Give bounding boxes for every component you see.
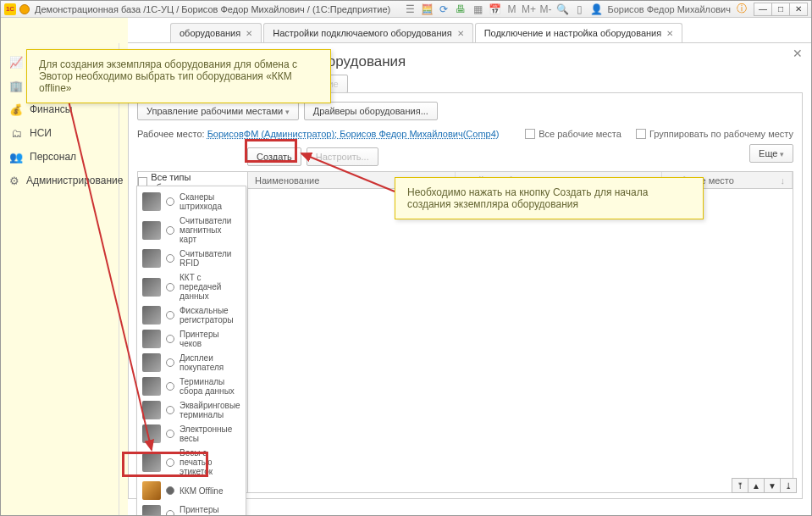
window-controls: — □ ✕ [754, 3, 808, 16]
type-item-tsd[interactable]: Терминалы сбора данных [137, 375, 246, 398]
user-icon: 👤 [590, 3, 602, 15]
m-icon[interactable]: M [505, 3, 517, 15]
sidebar-item-personnel[interactable]: 👥Персонал [1, 145, 119, 169]
tutorial-callout-1: Для создания экземпляра оборудования для… [26, 49, 331, 103]
type-item-scanner[interactable]: Сканеры штрихкода [137, 190, 246, 214]
equipment-grid: Все типы оборудования Сканеры штрихкода … [137, 171, 793, 493]
drivers-button[interactable]: Драйверы оборудования... [304, 102, 438, 120]
toolbar-icon-1[interactable]: ☰ [404, 3, 416, 15]
workplace-label: Рабочее место: [137, 129, 205, 139]
tab-settings[interactable]: Настройки подключаемого оборудования✕ [263, 23, 472, 42]
sidebar-item-admin[interactable]: ⚙Администрирование [1, 169, 119, 192]
print-icon[interactable]: 🖶 [455, 3, 467, 15]
grid-toolbar: Создать Настроить... [247, 147, 793, 166]
display-icon [142, 353, 161, 372]
minimize-button[interactable]: — [754, 3, 772, 16]
type-label: Фискальные регистраторы [180, 306, 240, 325]
type-item-scales[interactable]: Электронные весы [137, 422, 246, 446]
callout-text: Для создания экземпляра оборудования для… [39, 58, 297, 94]
tab-close-icon[interactable]: ✕ [246, 29, 252, 38]
tab-connection-active[interactable]: Подключение и настройка оборудования✕ [475, 23, 683, 42]
maximize-button[interactable]: □ [771, 3, 790, 16]
toolbar-icon-2[interactable]: 🧮 [421, 3, 433, 15]
more-button[interactable]: Еще [749, 144, 793, 163]
grid-right: Наименование Драйвер оборудования Рабоче… [248, 172, 793, 492]
type-item-display[interactable]: Дисплеи покупателя [137, 351, 246, 375]
type-label: Терминалы сбора данных [180, 377, 240, 396]
nav-down[interactable]: ▼ [764, 478, 781, 493]
nav-last[interactable]: ⤓ [780, 478, 797, 493]
tab-equipment-1[interactable]: оборудования✕ [170, 23, 262, 42]
type-label: Принтеры чеков [180, 330, 240, 348]
rfid-icon [142, 249, 161, 268]
nav-first[interactable]: ⤒ [732, 478, 748, 493]
configure-button[interactable]: Настроить... [307, 147, 378, 166]
grid-icon[interactable]: ▦ [472, 3, 483, 15]
receipt-printer-icon [142, 330, 161, 348]
kkm-offline-icon [142, 481, 161, 500]
sidebar-label: Администрирование [26, 175, 123, 186]
app-logo-icon: 1C [4, 3, 16, 15]
tab-label: оборудования [180, 28, 240, 38]
sidebar-label: Финансы [30, 103, 72, 115]
nav-up[interactable]: ▲ [748, 478, 765, 493]
sidebar-label: НСИ [30, 127, 52, 139]
checkbox-label: Все рабочие места [539, 129, 621, 139]
type-label: Эквайринговые терминалы [180, 401, 240, 419]
info-icon[interactable]: ⓘ [736, 3, 748, 15]
main-area: 📈Продажи 🏢Склад 💰Финансы 🗂НСИ 👥Персонал … [1, 43, 811, 515]
sidebar-label: Персонал [30, 151, 76, 163]
scales-icon [142, 424, 161, 443]
tsd-icon [142, 377, 161, 396]
workplace-row: Рабочее место: БорисовФМ (Администратор)… [137, 129, 793, 139]
type-label: Электронные весы [180, 424, 240, 443]
calendar-icon[interactable]: 📅 [489, 3, 500, 15]
group-by-workplace-checkbox[interactable]: Группировать по рабочему месту [636, 129, 793, 139]
type-label: Сканеры штрихкода [180, 192, 240, 211]
mplus-icon[interactable]: M+ [522, 3, 534, 15]
close-button[interactable]: ✕ [789, 3, 808, 16]
search-icon[interactable]: 🔍 [556, 3, 568, 15]
type-item-acquiring[interactable]: Эквайринговые терминалы [137, 398, 246, 422]
app-menu-dropdown[interactable] [19, 4, 30, 14]
type-label: Считыватели магнитных карт [180, 216, 240, 244]
manage-workplaces-button[interactable]: Управление рабочими местами [137, 102, 299, 120]
cardreader-icon [142, 221, 161, 240]
kkt-icon [142, 278, 161, 297]
type-item-cardreader[interactable]: Считыватели магнитных карт [137, 214, 246, 247]
book-icon[interactable]: ▯ [573, 3, 585, 15]
type-label: ККТ с передачей данных [180, 273, 240, 301]
type-item-kkt[interactable]: ККТ с передачей данных [137, 270, 246, 303]
checkbox-label: Группировать по рабочему месту [649, 129, 793, 139]
tab-close-icon[interactable]: ✕ [457, 29, 464, 38]
mminus-icon[interactable]: M- [539, 3, 551, 15]
sort-down-icon: ↓ [780, 175, 785, 186]
type-item-label-printer[interactable]: Принтеры этикеток [137, 502, 246, 516]
type-item-receipt-printer[interactable]: Принтеры чеков [137, 327, 246, 351]
type-label: Дисплеи покупателя [180, 353, 240, 372]
type-label: Принтеры этикеток [180, 505, 240, 516]
all-workplaces-checkbox[interactable]: Все рабочие места [525, 129, 621, 139]
tab-label: Подключение и настройка оборудования [484, 28, 662, 38]
highlight-kkm-offline [122, 452, 208, 477]
tutorial-callout-2: Необходимо нажать на кнопку Создать для … [395, 177, 704, 219]
type-item-fiscal[interactable]: Фискальные регистраторы [137, 303, 246, 327]
type-item-kkm-offline[interactable]: ККМ Offline [137, 479, 246, 502]
highlight-create-button [245, 139, 297, 163]
type-item-rfid[interactable]: Считыватели RFID [137, 247, 246, 270]
scanner-icon [142, 192, 161, 211]
refresh-icon[interactable]: ⟳ [438, 3, 450, 15]
tab-close-icon[interactable]: ✕ [666, 29, 673, 38]
personnel-icon: 👥 [9, 150, 23, 164]
page-close-icon[interactable]: ✕ [793, 47, 803, 60]
sidebar-item-nsi[interactable]: 🗂НСИ [1, 121, 119, 145]
type-label: Считыватели RFID [180, 249, 240, 268]
open-tabs: оборудования✕ Настройки подключаемого об… [170, 18, 684, 42]
type-label: ККМ Offline [180, 486, 223, 496]
content-pane: ✕ стройка оборудования ое оборудование У… [119, 43, 811, 515]
workplace-link[interactable]: БорисовФМ (Администратор); Борисов Федор… [207, 129, 500, 139]
titlebar-toolbar: ☰ 🧮 ⟳ 🖶 ▦ 📅 M M+ M- 🔍 ▯ 👤 Борисов Федор … [404, 3, 748, 15]
type-filter-column: Все типы оборудования Сканеры штрихкода … [138, 172, 248, 492]
warehouse-icon: 🏢 [9, 79, 23, 92]
fiscal-icon [142, 306, 161, 325]
